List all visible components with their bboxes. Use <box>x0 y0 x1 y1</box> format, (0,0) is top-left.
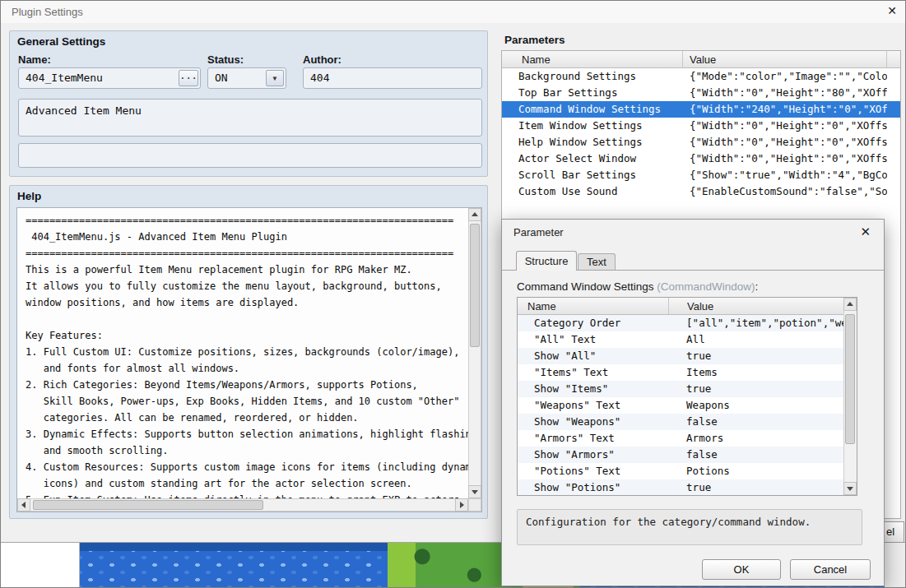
general-settings-group: General Settings Name: 404_ItemMenu ··· … <box>9 30 488 177</box>
note-field[interactable] <box>18 143 482 168</box>
help-horizontal-scrollbar[interactable] <box>17 498 468 512</box>
status-dropdown[interactable]: ON ▼ <box>207 67 286 89</box>
parameter-heading-name: Command Window Settings <box>517 280 657 293</box>
parameter-table-header: Name Value <box>518 298 857 315</box>
cancel-button-fragment[interactable]: el <box>885 521 904 543</box>
param-row[interactable]: "Weapons" TextWeapons <box>518 397 843 414</box>
ok-button[interactable]: OK <box>702 559 781 580</box>
param-table-scrollbar[interactable] <box>843 298 857 495</box>
scroll-up-button[interactable] <box>843 298 857 311</box>
help-text: ========================================… <box>17 208 468 498</box>
close-icon[interactable]: ✕ <box>887 4 897 17</box>
param-row[interactable]: "Potions" TextPotions <box>518 463 843 479</box>
param-row[interactable]: Category Order["all","item","potion","we… <box>518 315 843 331</box>
scroll-right-icon <box>460 502 464 508</box>
plugin-settings-window: Plugin Settings ✕ General Settings Name:… <box>0 0 906 588</box>
param-scroll-thumb[interactable] <box>845 314 855 444</box>
table-row[interactable]: Item Window Settings{"Width":"0","Height… <box>502 118 900 134</box>
table-row[interactable]: Custom Use Sound{"EnableCustomSound":"fa… <box>502 183 900 200</box>
scroll-down-button[interactable] <box>468 485 481 498</box>
window-titlebar: Plugin Settings ✕ <box>1 1 905 23</box>
param-row[interactable]: Show "All"true <box>518 348 843 364</box>
parameter-heading-type: (CommandWindow) <box>657 280 755 293</box>
column-header-name[interactable]: Name <box>502 51 683 67</box>
param-row[interactable]: Show "Weapons"false <box>518 414 843 430</box>
status-label: Status: <box>207 53 244 66</box>
column-header-value[interactable]: Value <box>683 51 887 67</box>
column-header-spacer <box>887 51 900 67</box>
table-row[interactable]: Scroll Bar Settings{"Show":"true","Width… <box>502 167 900 183</box>
plugin-name-input[interactable]: 404_ItemMenu ··· <box>18 67 201 89</box>
general-settings-title: General Settings <box>17 35 105 48</box>
name-label: Name: <box>18 53 51 66</box>
parameters-table-body: Background Settings{"Mode":"color","Imag… <box>502 68 900 200</box>
table-row[interactable]: Top Bar Settings{"Width":"0","Height":"8… <box>502 85 900 101</box>
scroll-left-button[interactable] <box>17 498 30 512</box>
table-row[interactable]: Background Settings{"Mode":"color","Imag… <box>502 68 900 85</box>
background-corner <box>885 543 906 588</box>
scrollbar-corner <box>468 498 481 512</box>
column-header-value[interactable]: Value <box>669 298 857 314</box>
parameter-heading-colon: : <box>755 280 759 293</box>
table-row[interactable]: Actor Select Window{"Width":"0","Height"… <box>502 150 900 167</box>
scroll-up-icon <box>847 302 853 306</box>
cancel-button[interactable]: Cancel <box>790 559 871 580</box>
parameter-table: Name Value Category Order["all","item","… <box>517 297 857 496</box>
help-group: Help ===================================… <box>9 185 488 519</box>
param-row[interactable]: Show "Items"true <box>518 381 843 397</box>
param-row[interactable]: Show "Armors"false <box>518 447 843 463</box>
author-value: 404 <box>310 72 329 84</box>
param-row[interactable]: Show "Potions"true <box>518 479 843 496</box>
table-row[interactable]: Help Window Settings{"Width":"0","Height… <box>502 134 900 150</box>
parameter-heading: Command Window Settings (CommandWindow): <box>517 280 758 293</box>
help-title: Help <box>17 190 41 202</box>
column-header-name[interactable]: Name <box>518 298 669 314</box>
description-field[interactable]: Advanced Item Menu <box>18 99 482 137</box>
author-field[interactable]: 404 <box>303 67 482 89</box>
window-title: Plugin Settings <box>12 6 83 18</box>
parameter-table-body: Category Order["all","item","potion","we… <box>518 315 843 496</box>
editor-panel-fragment <box>1 543 80 588</box>
scroll-right-button[interactable] <box>455 498 468 512</box>
scroll-up-icon <box>472 212 478 216</box>
scroll-down-button[interactable] <box>843 482 857 495</box>
chevron-down-icon[interactable]: ▼ <box>266 70 284 86</box>
status-value: ON <box>215 72 228 84</box>
scroll-left-icon <box>21 502 26 508</box>
help-text-area[interactable]: ========================================… <box>16 207 482 512</box>
param-row[interactable]: "Items" TextItems <box>518 364 843 381</box>
parameters-table-header: Name Value <box>502 51 900 68</box>
browse-button[interactable]: ··· <box>179 70 198 86</box>
parameters-title: Parameters <box>504 34 565 46</box>
table-row-selected[interactable]: Command Window Settings{"Width":"240","H… <box>502 101 900 118</box>
tab-structure[interactable]: Structure <box>516 251 577 271</box>
tab-text[interactable]: Text <box>578 253 616 271</box>
parameter-description: Configuration for the category/command w… <box>517 509 862 545</box>
param-row[interactable]: "Armors" TextArmors <box>518 430 843 447</box>
scroll-up-button[interactable] <box>468 208 481 221</box>
parameter-dialog-title: Parameter <box>513 226 564 238</box>
scroll-down-icon <box>472 490 478 494</box>
parameter-dialog: Parameter ✕ Structure Text Command Windo… <box>501 219 885 586</box>
param-row[interactable]: "All" TextAll <box>518 331 843 348</box>
scroll-down-icon <box>847 487 853 491</box>
help-vertical-scrollbar[interactable] <box>468 208 481 498</box>
author-label: Author: <box>303 53 341 66</box>
close-icon[interactable]: ✕ <box>860 225 871 239</box>
plugin-name-value: 404_ItemMenu <box>26 72 103 84</box>
help-hscroll-thumb[interactable] <box>33 500 263 510</box>
help-vscroll-thumb[interactable] <box>470 224 480 347</box>
